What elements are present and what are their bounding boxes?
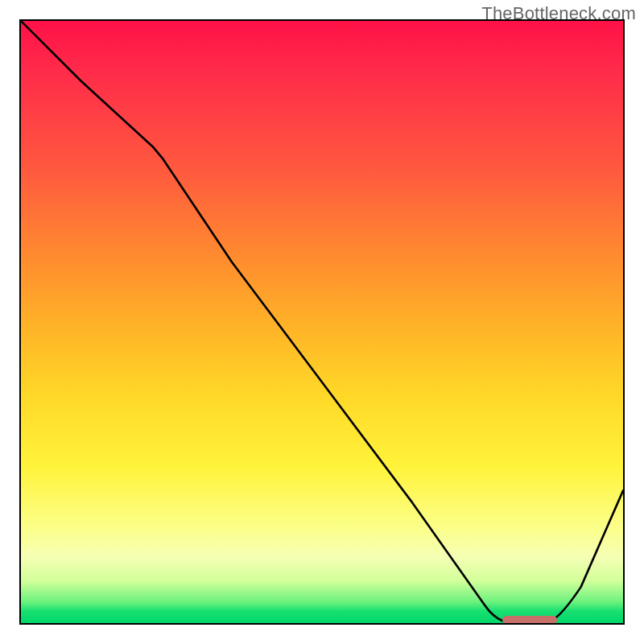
chart-canvas: TheBottleneck.com [0,0,644,644]
watermark-label: TheBottleneck.com [481,3,636,24]
bottleneck-line-path [21,21,623,623]
bottleneck-line [21,21,623,623]
plot-area [19,19,625,625]
optimal-range-marker [502,616,556,624]
